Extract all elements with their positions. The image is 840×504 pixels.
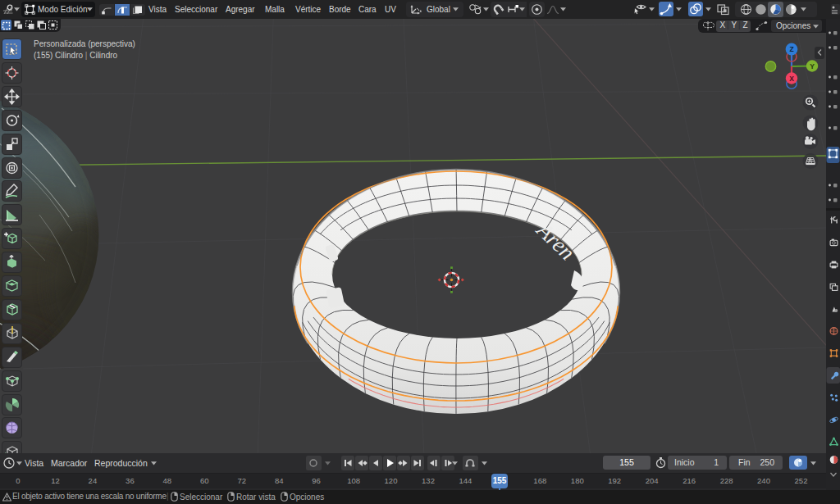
svg-text:Y: Y [810,62,815,70]
svg-text:X: X [789,75,794,83]
svg-text:Z: Z [789,45,793,53]
